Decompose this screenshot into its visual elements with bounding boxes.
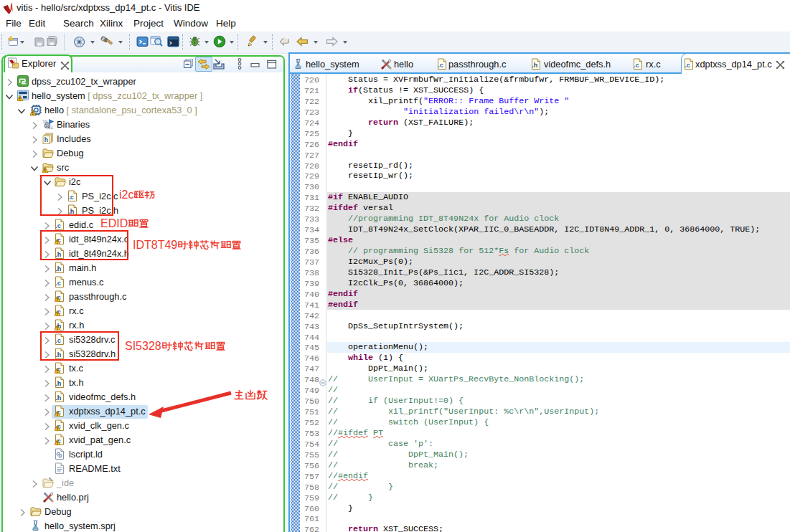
svg-text:.c: .c bbox=[685, 62, 690, 69]
svg-text:.h: .h bbox=[55, 380, 61, 387]
svg-text:.h: .h bbox=[532, 62, 537, 69]
svg-text:.c: .c bbox=[55, 222, 61, 229]
svg-text:.c: .c bbox=[55, 280, 61, 287]
svg-text:.h: .h bbox=[55, 394, 61, 402]
svg-text:.h: .h bbox=[55, 265, 61, 272]
svg-text:h: h bbox=[44, 136, 48, 143]
svg-text:.c: .c bbox=[634, 62, 639, 69]
svg-text:.c: .c bbox=[438, 62, 443, 69]
